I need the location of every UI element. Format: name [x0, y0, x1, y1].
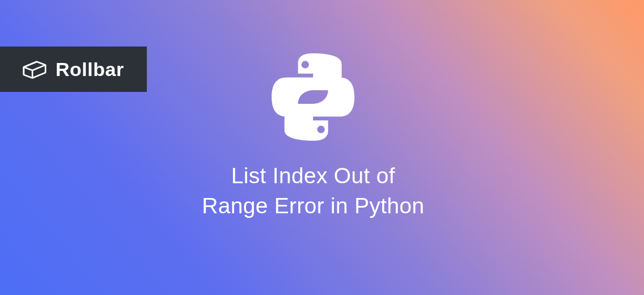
- python-icon: [265, 49, 361, 145]
- main-content: List Index Out of Range Error in Python: [202, 49, 424, 221]
- title-line-2: Range Error in Python: [202, 193, 424, 218]
- rollbar-logo-icon: [22, 58, 48, 81]
- brand-badge: Rollbar: [0, 47, 147, 92]
- title-line-1: List Index Out of: [231, 163, 395, 188]
- page-title: List Index Out of Range Error in Python: [202, 161, 424, 221]
- brand-name: Rollbar: [56, 58, 124, 81]
